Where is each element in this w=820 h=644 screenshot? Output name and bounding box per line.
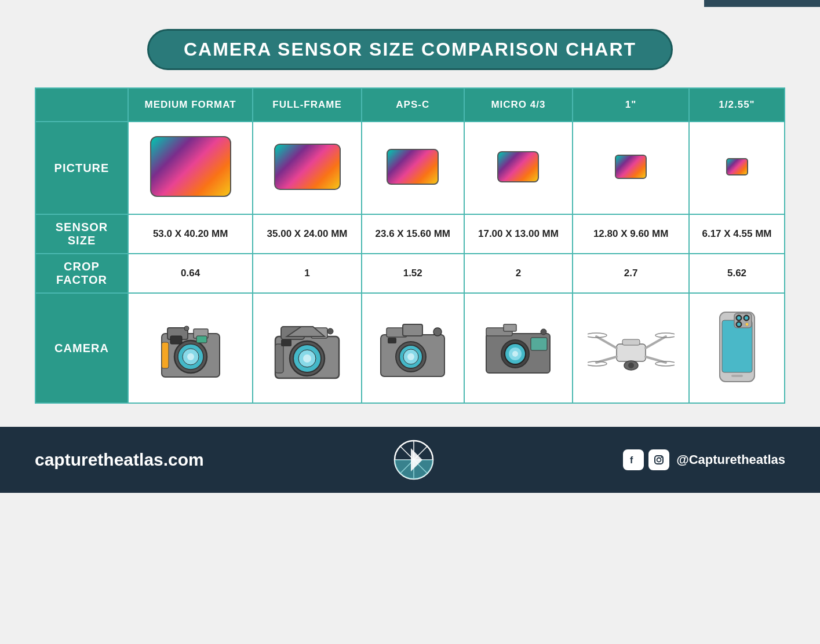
header-1inch: 1" — [573, 88, 689, 122]
camera-img-full — [258, 302, 356, 394]
apsc-camera-icon — [375, 310, 450, 386]
svg-point-29 — [433, 328, 442, 336]
picture-micro — [464, 122, 573, 214]
picture-full — [253, 122, 362, 214]
svg-text:f: f — [630, 455, 633, 465]
crop-medium: 0.64 — [128, 254, 253, 293]
crop-factor-row: CROP FACTOR 0.64 1 1.52 2 2.7 5.62 — [35, 254, 785, 293]
crop-small: 5.62 — [689, 254, 785, 293]
label-crop-factor: CROP FACTOR — [35, 254, 128, 293]
svg-point-17 — [303, 354, 311, 363]
footer-logo — [393, 440, 434, 480]
size-full: 35.00 X 24.00 MM — [253, 214, 362, 254]
svg-rect-30 — [388, 338, 396, 343]
svg-point-56 — [737, 316, 741, 320]
camera-drone — [573, 293, 689, 403]
svg-point-58 — [745, 316, 748, 320]
drone-camera-icon — [588, 310, 675, 386]
size-small: 6.17 X 4.55 MM — [689, 214, 785, 254]
picture-small — [689, 122, 785, 214]
svg-rect-38 — [531, 338, 547, 350]
svg-rect-40 — [617, 344, 646, 361]
camera-img-micro — [469, 302, 568, 394]
social-handle: @Capturetheatlas — [676, 452, 785, 467]
footer: capturetheatlas.com f — [0, 427, 820, 493]
svg-point-20 — [327, 328, 333, 334]
size-medium: 53.0 X 40.20 MM — [128, 214, 253, 254]
header-medium-format: MEDIUM FORMAT — [128, 88, 253, 122]
footer-social: f @Capturetheatlas — [623, 449, 785, 470]
svg-point-60 — [737, 323, 741, 326]
label-sensor-size: SENSOR SIZE — [35, 214, 128, 254]
picture-medium — [128, 122, 253, 214]
comparison-table: MEDIUM FORMAT FULL-FRAME APS-C MICRO 4/3… — [35, 87, 785, 404]
social-icons: f — [623, 449, 669, 470]
top-accent-bar — [704, 0, 820, 7]
camera-medium — [128, 293, 253, 403]
camera-img-medium — [133, 302, 247, 394]
header-full-frame: FULL-FRAME — [253, 88, 362, 122]
size-one: 12.80 X 9.60 MM — [573, 214, 689, 254]
sensor-visual-small — [726, 158, 748, 175]
header-apsc: APS-C — [362, 88, 464, 122]
camera-img-apsc — [367, 302, 459, 394]
camera-img-drone — [578, 302, 684, 394]
header-row: MEDIUM FORMAT FULL-FRAME APS-C MICRO 4/3… — [35, 88, 785, 122]
crop-apsc: 1.52 — [362, 254, 464, 293]
svg-rect-37 — [504, 324, 516, 331]
camera-apsc — [362, 293, 464, 403]
svg-rect-7 — [170, 336, 182, 344]
svg-rect-21 — [281, 339, 291, 346]
svg-rect-51 — [622, 339, 640, 345]
header-small: 1/2.55" — [689, 88, 785, 122]
svg-line-41 — [596, 336, 617, 348]
size-micro: 17.00 X 13.00 MM — [464, 214, 573, 254]
svg-point-61 — [745, 323, 749, 326]
crop-one: 2.7 — [573, 254, 689, 293]
crop-full: 1 — [253, 254, 362, 293]
svg-line-42 — [646, 336, 666, 348]
medium-format-camera-icon — [153, 310, 228, 386]
smartphone-camera-icon — [702, 308, 772, 389]
sensor-visual-medium — [150, 136, 231, 197]
svg-point-50 — [628, 363, 634, 368]
sensor-visual-micro — [497, 151, 539, 182]
svg-point-72 — [661, 456, 662, 458]
camera-full — [253, 293, 362, 403]
picture-row: PICTURE — [35, 122, 785, 214]
header-micro43: MICRO 4/3 — [464, 88, 573, 122]
instagram-icon — [648, 449, 669, 470]
picture-apsc — [362, 122, 464, 214]
label-camera: CAMERA — [35, 293, 128, 403]
sensor-visual-one — [615, 155, 647, 179]
svg-rect-9 — [162, 342, 169, 368]
title-box: CAMERA SENSOR SIZE COMPARISON CHART — [147, 29, 673, 70]
svg-rect-8 — [196, 336, 207, 343]
crop-micro: 2 — [464, 254, 573, 293]
micro43-camera-icon — [483, 316, 553, 380]
svg-point-35 — [512, 351, 518, 357]
svg-point-28 — [407, 353, 414, 360]
label-picture: PICTURE — [35, 122, 128, 214]
svg-point-10 — [184, 326, 189, 331]
camera-row: CAMERA — [35, 293, 785, 403]
title-wrapper: CAMERA SENSOR SIZE COMPARISON CHART — [35, 29, 785, 70]
picture-one — [573, 122, 689, 214]
svg-point-6 — [187, 353, 194, 360]
header-empty — [35, 88, 128, 122]
camera-phone — [689, 293, 785, 403]
camera-img-phone — [694, 302, 779, 394]
sensor-visual-full — [274, 144, 341, 190]
sensor-visual-apsc — [387, 149, 439, 185]
svg-rect-24 — [403, 324, 422, 336]
camera-micro — [464, 293, 573, 403]
size-apsc: 23.6 X 15.60 MM — [362, 214, 464, 254]
svg-point-71 — [657, 458, 661, 462]
full-frame-camera-icon — [269, 310, 345, 386]
svg-point-39 — [541, 329, 546, 335]
sensor-size-row: SENSOR SIZE 53.0 X 40.20 MM 35.00 X 24.0… — [35, 214, 785, 254]
svg-rect-62 — [731, 375, 743, 377]
facebook-icon: f — [623, 449, 644, 470]
footer-website: capturetheatlas.com — [35, 450, 204, 470]
page-title: CAMERA SENSOR SIZE COMPARISON CHART — [184, 39, 636, 60]
